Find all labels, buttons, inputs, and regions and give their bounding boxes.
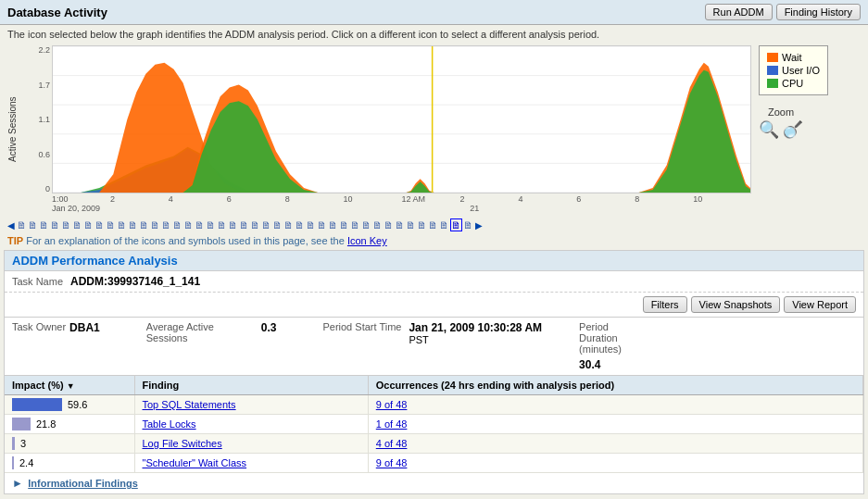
avg-sessions-item: Average ActiveSessions 0.3 [146,321,277,343]
addm-header: ADDM Performance Analysis [5,251,863,271]
snap-icon[interactable]: 🗎 [17,219,27,231]
table-header-row: Impact (%) ▼ Finding Occurrences (24 hrs… [5,376,863,395]
prev-arrow-icon[interactable]: ◀ [7,220,15,231]
userio-color [767,66,778,75]
impact-cell: 3 [5,434,134,454]
snap-icon[interactable]: 🗎 [39,219,49,231]
snap-icon[interactable]: 🗎 [328,219,338,231]
snap-icon[interactable]: 🗎 [306,219,316,231]
addm-details: Task Owner DBA1 Average ActiveSessions 0… [5,318,863,376]
y-axis-label: Active Sessions [7,45,20,213]
snap-icon[interactable]: 🗎 [406,219,416,231]
occurrence-link[interactable]: 9 of 48 [376,457,408,468]
finding-link[interactable]: Top SQL Statements [143,399,236,410]
snap-icon[interactable]: 🗎 [239,219,249,231]
tip-label: TIP [7,235,23,246]
snap-icon[interactable]: 🗎 [272,219,283,231]
snap-icon[interactable]: 🗎 [72,219,82,231]
snap-icon[interactable]: 🗎 [361,219,371,231]
table-row: 2.4 "Scheduler" Wait Class9 of 48 [5,454,863,473]
period-duration-value: 30.4 [579,358,600,371]
snap-icon[interactable]: 🗎 [228,219,238,231]
snap-icon[interactable]: 🗎 [295,219,305,231]
avg-sessions-label: Average ActiveSessions [146,321,258,343]
snap-icon[interactable]: 🗎 [217,219,227,231]
wait-label: Wait [782,52,802,63]
col-finding: Finding [134,376,368,395]
snap-icon[interactable]: 🗎 [384,219,394,231]
zoom-in-icon[interactable]: 🔍 [759,119,779,140]
snap-icon[interactable]: 🗎 [463,219,473,231]
page-header: Database Activity Run ADDM Finding Histo… [0,0,868,25]
cpu-label: CPU [782,78,803,89]
chart-section: Active Sessions 2.2 1.7 1.1 0.6 0 [0,42,868,217]
finding-link[interactable]: Table Locks [143,418,196,430]
filters-button[interactable]: Filters [643,296,687,313]
run-addm-button[interactable]: Run ADDM [705,4,773,20]
snap-icon[interactable]: 🗎 [28,219,38,231]
addm-section-title: ADDM Performance Analysis [12,254,178,268]
snap-icon[interactable]: 🗎 [339,219,349,231]
snap-icon[interactable]: 🗎 [161,219,171,231]
zoom-section: Zoom 🔍 🔎 [759,106,803,140]
snap-icon[interactable]: 🗎 [417,219,427,231]
finding-link[interactable]: "Scheduler" Wait Class [143,457,247,468]
snap-icon[interactable]: 🗎 [395,219,405,231]
snap-icon[interactable]: 🗎 [317,219,327,231]
table-row: 21.8 Table Locks1 of 48 [5,415,863,434]
finding-link[interactable]: Log File Switches [143,438,222,449]
finding-cell: Table Locks [134,415,368,434]
occurrence-cell: 1 of 48 [368,415,862,434]
snap-icon[interactable]: 🗎 [139,219,149,231]
snap-icon[interactable]: 🗎 [150,219,160,231]
zoom-icons: 🔍 🔎 [759,119,803,140]
snap-icon[interactable]: 🗎 [172,219,182,231]
snap-icon[interactable]: 🗎 [350,219,360,231]
legend-box: Wait User I/O CPU [759,45,828,95]
svg-marker-14 [407,181,434,193]
expand-arrow-icon[interactable]: ► [12,477,23,490]
snap-icon[interactable]: 🗎 [206,219,216,231]
informational-findings-link[interactable]: Informational Findings [28,478,138,489]
impact-cell: 59.6 [5,395,134,415]
snap-icon-selected[interactable]: 🗎 [450,218,462,231]
task-owner-value: DBA1 [69,321,100,334]
addm-actions: Filters View Snapshots View Report [5,293,863,318]
period-start-label: Period Start Time [322,321,401,332]
snap-icon[interactable]: 🗎 [183,219,194,231]
impact-cell: 2.4 [5,454,134,473]
snap-icon[interactable]: 🗎 [50,219,60,231]
tip-row: TIP For an explanation of the icons and … [0,233,868,250]
snap-icon[interactable]: 🗎 [106,219,116,231]
occurrence-link[interactable]: 1 of 48 [376,418,408,430]
snap-icon[interactable]: 🗎 [94,219,105,231]
occurrence-link[interactable]: 4 of 48 [376,438,408,449]
header-buttons: Run ADDM Finding History [705,4,861,20]
zoom-out-icon[interactable]: 🔎 [783,119,803,140]
snap-icon[interactable]: 🗎 [250,219,260,231]
chart-right: Wait User I/O CPU Zoom 🔍 🔎 [759,45,861,213]
addm-task-row: Task Name ADDM:399937146_1_141 [5,271,863,293]
snap-icon[interactable]: 🗎 [195,219,205,231]
snap-icon[interactable]: 🗎 [428,219,438,231]
snap-icon[interactable]: 🗎 [117,219,127,231]
snap-icon[interactable]: 🗎 [83,219,94,231]
icon-key-link[interactable]: Icon Key [347,235,387,246]
findings-table: Impact (%) ▼ Finding Occurrences (24 hrs… [5,376,863,473]
next-arrow-icon[interactable]: ▶ [475,220,483,231]
snap-icon[interactable]: 🗎 [61,219,71,231]
snap-icon[interactable]: 🗎 [261,219,271,231]
snap-icon[interactable]: 🗎 [372,219,383,231]
informational-findings: ► Informational Findings [5,473,863,493]
period-duration-item: PeriodDuration(minutes) 30.4 [579,321,622,371]
snap-icon[interactable]: 🗎 [128,219,138,231]
finding-history-button[interactable]: Finding History [776,4,861,20]
impact-value: 3 [20,438,26,449]
view-snapshots-button[interactable]: View Snapshots [691,296,781,313]
impact-cell: 21.8 [5,415,134,434]
snap-icon[interactable]: 🗎 [283,219,294,231]
occurrence-link[interactable]: 9 of 48 [376,399,408,410]
snap-icon[interactable]: 🗎 [439,219,449,231]
task-owner-label: Task Owner [12,321,66,332]
view-report-button[interactable]: View Report [784,296,856,313]
